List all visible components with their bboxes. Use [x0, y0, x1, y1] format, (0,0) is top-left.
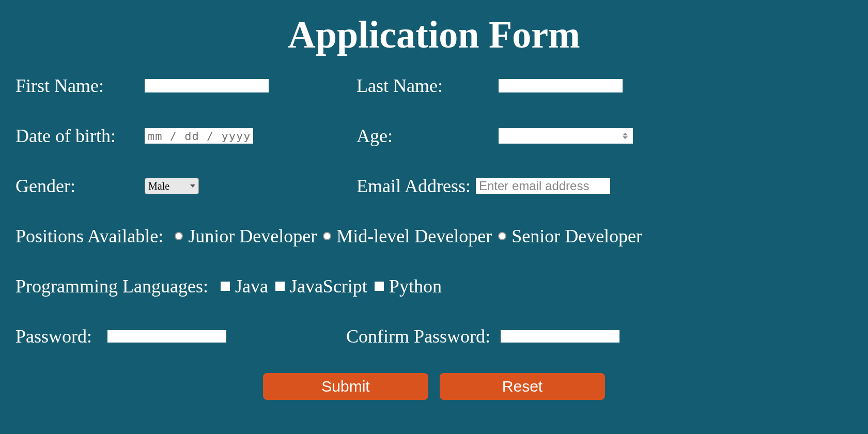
- page-title: Application Form: [16, 13, 853, 57]
- row-gender-email: Gender: Male Email Address: Enter email …: [16, 175, 853, 197]
- positions-label: Positions Available:: [16, 225, 163, 247]
- dob-input[interactable]: [145, 128, 253, 144]
- password-label: Password:: [16, 326, 92, 347]
- language-option-python: Python: [375, 275, 442, 297]
- buttons-row: Submit Reset: [16, 373, 853, 400]
- row-password: Password: Confirm Password:: [16, 326, 853, 347]
- chevron-down-icon: [190, 184, 195, 188]
- position-label: Senior Developer: [512, 225, 642, 247]
- email-placeholder: Enter email address: [479, 179, 589, 193]
- age-label: Age:: [357, 125, 499, 147]
- last-name-label: Last Name:: [357, 75, 499, 97]
- position-option-mid: Mid-level Developer: [323, 225, 492, 247]
- reset-button[interactable]: Reset: [440, 373, 605, 400]
- checkbox-icon[interactable]: [275, 282, 285, 291]
- gender-label: Gender:: [16, 175, 145, 197]
- position-option-junior: Junior Developer: [175, 225, 317, 247]
- position-label: Mid-level Developer: [336, 225, 492, 247]
- language-option-javascript: JavaScript: [275, 275, 367, 297]
- row-name: First Name: Last Name:: [16, 75, 853, 97]
- email-label: Email Address:: [357, 175, 471, 197]
- position-label: Junior Developer: [188, 225, 317, 247]
- checkbox-icon[interactable]: [375, 282, 384, 291]
- email-input[interactable]: Enter email address: [476, 178, 610, 194]
- dob-label: Date of birth:: [16, 125, 145, 147]
- number-spinner-icon[interactable]: [621, 130, 630, 142]
- last-name-input[interactable]: [499, 79, 623, 92]
- language-label: Python: [389, 275, 442, 297]
- language-option-java: Java: [221, 275, 268, 297]
- confirm-password-label: Confirm Password:: [346, 326, 490, 347]
- language-label: Java: [235, 275, 268, 297]
- row-positions: Positions Available: Junior Developer Mi…: [16, 225, 853, 247]
- languages-label: Programming Languages:: [16, 275, 208, 297]
- password-input[interactable]: [107, 330, 226, 343]
- age-input[interactable]: [499, 128, 633, 144]
- row-languages: Programming Languages: Java JavaScript P…: [16, 275, 853, 297]
- row-dob-age: Date of birth: Age:: [16, 125, 853, 147]
- gender-selected-value: Male: [148, 180, 169, 192]
- position-option-senior: Senior Developer: [498, 225, 642, 247]
- application-form: First Name: Last Name: Date of birth: Ag…: [16, 75, 853, 400]
- radio-icon[interactable]: [498, 232, 506, 240]
- radio-icon[interactable]: [175, 232, 183, 240]
- language-label: JavaScript: [290, 275, 367, 297]
- confirm-password-input[interactable]: [501, 330, 619, 343]
- first-name-label: First Name:: [16, 75, 145, 97]
- first-name-input[interactable]: [145, 79, 269, 92]
- checkbox-icon[interactable]: [221, 282, 230, 291]
- radio-icon[interactable]: [323, 232, 331, 240]
- gender-select[interactable]: Male: [145, 178, 199, 194]
- submit-button[interactable]: Submit: [263, 373, 428, 400]
